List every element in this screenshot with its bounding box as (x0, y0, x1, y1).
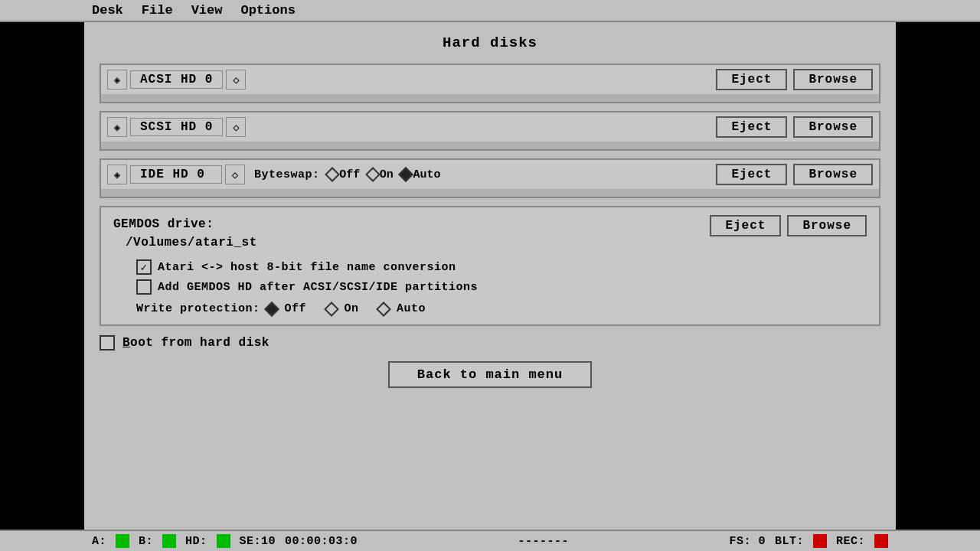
ide-browse-button[interactable]: Browse (793, 164, 873, 185)
status-blt-indicator (813, 534, 827, 548)
byteswap-label: Byteswap: (254, 168, 320, 181)
acsi-hd-label: ACSI HD 0 (130, 70, 223, 89)
boot-from-hd-label: Boot from hard disk (122, 336, 270, 350)
boot-from-hd-checkbox[interactable] (100, 335, 115, 350)
wp-auto-label: Auto (397, 302, 426, 315)
gemdos-buttons: Eject Browse (707, 215, 867, 236)
gemdos-drive-label: GEMDOS drive: (113, 215, 257, 233)
checkbox-row-2: Add GEMDOS HD after ACSI/SCSI/IDE partit… (136, 279, 867, 295)
byteswap-off-radio[interactable] (325, 167, 340, 182)
menu-view[interactable]: View (191, 3, 223, 18)
wp-on-label: On (345, 302, 359, 315)
byteswap-auto-label: Auto (413, 168, 440, 181)
menu-desk[interactable]: Desk (92, 3, 123, 18)
ide-right-arrow[interactable]: ◇ (225, 165, 245, 184)
gemdos-header: GEMDOS drive: /Volumes/atari_st Eject Br… (113, 215, 867, 252)
wp-off-radio[interactable] (264, 302, 279, 317)
write-protection-group: Write protection: Off On Auto (136, 302, 867, 315)
scsi-right-arrow[interactable]: ◇ (226, 117, 246, 137)
boot-row: Boot from hard disk (100, 335, 880, 350)
acsi-browse-button[interactable]: Browse (793, 69, 873, 90)
acsi-hd-row: ◈ ACSI HD 0 ◇ Eject Browse (100, 64, 880, 103)
scsi-browse-button[interactable]: Browse (793, 116, 873, 138)
status-a-indicator (116, 534, 129, 548)
byteswap-auto-radio[interactable] (398, 167, 413, 182)
ide-progress-bar (101, 189, 879, 197)
statusbar: A: B: HD: SE:10 00:00:03:0 ------- FS: 0… (0, 530, 980, 551)
status-hd-indicator (217, 534, 230, 548)
acsi-eject-button[interactable]: Eject (716, 69, 787, 90)
status-rec-label: REC: (836, 535, 865, 548)
byteswap-on-label: On (380, 168, 394, 181)
status-fs: FS: 0 (729, 535, 766, 548)
status-b-label: B: (139, 535, 153, 548)
status-time: 00:00:03:0 (285, 535, 358, 548)
byteswap-container: Byteswap: Off On Auto (248, 168, 710, 181)
add-gemdos-hd-checkbox[interactable] (136, 279, 152, 295)
acsi-right-arrow[interactable]: ◇ (226, 70, 246, 90)
acsi-left-arrow[interactable]: ◈ (107, 70, 127, 90)
scsi-left-arrow[interactable]: ◈ (107, 117, 127, 137)
byteswap-off-label: Off (339, 168, 360, 181)
menu-file[interactable]: File (142, 3, 173, 18)
acsi-progress-bar (101, 94, 879, 102)
gemdos-eject-button[interactable]: Eject (710, 215, 781, 236)
gemdos-browse-button[interactable]: Browse (787, 215, 867, 236)
ide-eject-button[interactable]: Eject (716, 164, 787, 185)
scsi-eject-button[interactable]: Eject (716, 116, 787, 138)
scsi-hd-label: SCSI HD 0 (130, 118, 223, 136)
wp-auto-radio[interactable] (376, 302, 391, 317)
gemdos-path-value: /Volumes/atari_st (126, 233, 257, 252)
scsi-hd-row: ◈ SCSI HD 0 ◇ Eject Browse (100, 111, 880, 151)
checkboxes-area: Atari <-> host 8-bit file name conversio… (136, 259, 867, 295)
ide-left-arrow[interactable]: ◈ (107, 165, 127, 184)
status-separator: ------- (367, 535, 720, 548)
page-title: Hard disks (100, 34, 880, 51)
status-rec-indicator (874, 534, 888, 548)
filename-conversion-checkbox[interactable] (136, 259, 152, 275)
scsi-progress-bar (101, 142, 879, 149)
checkbox-row-1: Atari <-> host 8-bit file name conversio… (136, 259, 867, 275)
main-content: Hard disks ◈ ACSI HD 0 ◇ Eject Browse ◈ … (84, 22, 896, 530)
filename-conversion-label: Atari <-> host 8-bit file name conversio… (158, 261, 456, 274)
wp-off-label: Off (285, 302, 307, 315)
menubar: Desk File View Options (0, 0, 980, 22)
status-b-indicator (162, 534, 176, 548)
write-protection-label: Write protection: (136, 302, 260, 315)
status-se: SE:10 (240, 535, 276, 548)
status-hd-label: HD: (185, 535, 207, 548)
back-to-main-menu-button[interactable]: Back to main menu (388, 361, 592, 388)
gemdos-path: GEMDOS drive: /Volumes/atari_st (113, 215, 257, 252)
menu-options[interactable]: Options (240, 3, 295, 18)
status-blt-label: BLT: (775, 535, 804, 548)
gemdos-section: GEMDOS drive: /Volumes/atari_st Eject Br… (100, 206, 880, 326)
status-a-label: A: (92, 535, 106, 548)
ide-hd-label: IDE HD 0 (130, 165, 222, 184)
add-gemdos-hd-label: Add GEMDOS HD after ACSI/SCSI/IDE partit… (158, 281, 478, 294)
byteswap-on-radio[interactable] (365, 167, 381, 182)
ide-hd-row: ◈ IDE HD 0 ◇ Byteswap: Off On Auto Eject… (100, 158, 880, 198)
wp-on-radio[interactable] (324, 302, 339, 317)
